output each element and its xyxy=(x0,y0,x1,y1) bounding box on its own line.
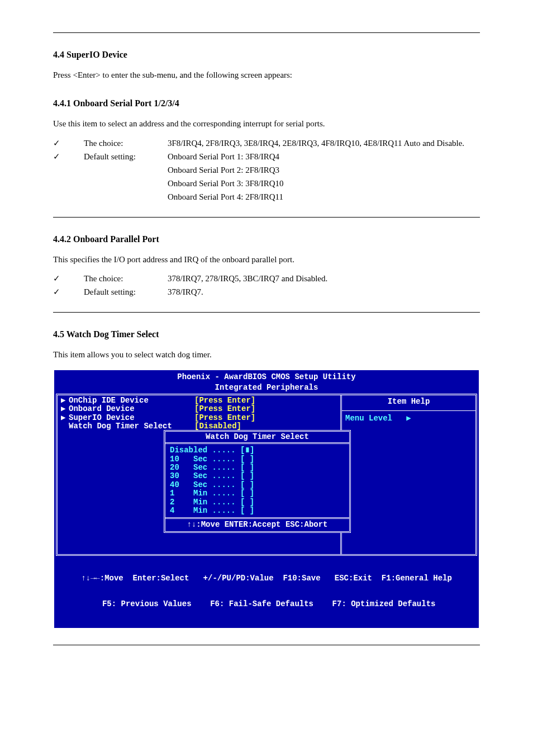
bios-item-onboard-device[interactable]: ▶ Onboard Device [Press Enter] xyxy=(61,405,337,413)
popup-option-label: 4 Min xyxy=(170,506,207,515)
bios-item-label: Onboard Device xyxy=(69,405,194,413)
choice-label: The choice: xyxy=(84,136,168,150)
popup-option-disabled[interactable]: Disabled ..... [∎] xyxy=(170,446,345,455)
default-label: Default setting: xyxy=(84,285,168,299)
bios-item-value: [Press Enter] xyxy=(194,414,337,422)
bios-item-onchip-ide[interactable]: ▶ OnChip IDE Device [Press Enter] xyxy=(61,396,337,405)
menu-level-label: Menu Level xyxy=(345,414,392,423)
menu-level-row: Menu Level ▶ xyxy=(345,414,472,423)
popup-option-mark xyxy=(245,498,249,507)
section-4-4-1-text: Use this item to select an address and t… xyxy=(53,117,480,130)
popup-option-label: 2 Min xyxy=(170,498,207,507)
popup-option-label: 1 Min xyxy=(170,489,207,498)
choice-value: 3F8/IRQ4, 2F8/IRQ3, 3E8/IRQ4, 2E8/IRQ3, … xyxy=(168,136,480,150)
submenu-icon: ▶ xyxy=(61,405,69,413)
bottom-rule xyxy=(53,645,480,645)
popup-option-label: Disabled xyxy=(170,446,207,455)
check-icon: ✓ xyxy=(53,136,84,150)
popup-option-40sec[interactable]: 40 Sec ..... [ ] xyxy=(170,481,345,489)
bios-item-value: [Press Enter] xyxy=(194,405,337,413)
section-4-5-title: 4.5 Watch Dog Timer Select xyxy=(53,329,480,339)
section-4-4-intro: Press <Enter> to enter the sub-menu, and… xyxy=(53,69,480,82)
popup-option-label: 10 Sec xyxy=(170,455,207,464)
popup-option-label: 40 Sec xyxy=(170,480,207,489)
bios-help-panel: Item Help Menu Level ▶ xyxy=(340,395,475,554)
popup-option-2min[interactable]: 2 Min ..... [ ] xyxy=(170,498,345,507)
popup-option-mark xyxy=(245,463,249,472)
default-label: Default setting: xyxy=(84,150,168,163)
popup-option-mark xyxy=(245,506,249,515)
bios-item-superio-device[interactable]: ▶ SuperIO Device [Press Enter] xyxy=(61,414,337,422)
item-help-title: Item Help xyxy=(345,396,472,407)
bios-footer-line-2: F5: Previous Values F6: Fail-Safe Defaul… xyxy=(56,600,477,608)
popup-option-20sec[interactable]: 20 Sec ..... [ ] xyxy=(170,464,345,472)
popup-option-4min[interactable]: 4 Min ..... [ ] xyxy=(170,507,345,515)
divider-rule xyxy=(53,217,480,218)
submenu-icon: ▶ xyxy=(61,414,69,422)
choices-table-4-4-2: ✓ The choice: 378/IRQ7, 278/IRQ5, 3BC/IR… xyxy=(53,272,480,299)
popup-option-30sec[interactable]: 30 Sec ..... [ ] xyxy=(170,472,345,480)
popup-option-mark xyxy=(245,455,249,464)
popup-option-mark xyxy=(245,489,249,498)
bios-screen: Phoenix - AwardBIOS CMOS Setup Utility I… xyxy=(54,370,479,628)
section-4-4-title: 4.4 SuperIO Device xyxy=(53,50,480,60)
bios-item-label: SuperIO Device xyxy=(69,414,194,422)
bios-title-1: Phoenix - AwardBIOS CMOS Setup Utility xyxy=(56,372,477,382)
popup-option-10sec[interactable]: 10 Sec ..... [ ] xyxy=(170,455,345,464)
submenu-icon: ▶ xyxy=(61,396,69,405)
check-icon: ✓ xyxy=(53,272,84,285)
default-value: 378/IRQ7. xyxy=(168,285,480,299)
default-value-3: Onboard Serial Port 3: 3F8/IRQ10 xyxy=(168,177,480,190)
section-4-5-text: This item allows you to select watch dog… xyxy=(53,348,480,361)
popup-option-label: 20 Sec xyxy=(170,463,207,472)
choices-table-4-4-1: ✓ The choice: 3F8/IRQ4, 2F8/IRQ3, 3E8/IR… xyxy=(53,136,480,204)
watchdog-popup: Watch Dog Timer Select Disabled ..... [∎… xyxy=(164,430,351,533)
section-4-4-2-text: This specifies the I/O port address and … xyxy=(53,253,480,266)
default-value-2: Onboard Serial Port 2: 2F8/IRQ3 xyxy=(168,163,480,177)
bios-settings-panel: ▶ OnChip IDE Device [Press Enter] ▶ Onbo… xyxy=(58,395,340,554)
divider-rule xyxy=(53,312,480,313)
menu-level-icon: ▶ xyxy=(406,414,411,423)
section-4-4-1-title: 4.4.1 Onboard Serial Port 1/2/3/4 xyxy=(53,98,480,108)
choice-value: 378/IRQ7, 278/IRQ5, 3BC/IRQ7 and Disable… xyxy=(168,272,480,285)
popup-option-mark xyxy=(245,480,249,489)
choice-label: The choice: xyxy=(84,272,168,285)
popup-option-mark xyxy=(245,471,249,480)
section-4-4-2-title: 4.4.2 Onboard Parallel Port xyxy=(53,234,480,244)
bios-title-2: Integrated Peripherals xyxy=(56,382,477,393)
default-value-4: Onboard Serial Port 4: 2F8/IRQ11 xyxy=(168,190,480,204)
bios-item-label: OnChip IDE Device xyxy=(69,396,194,405)
popup-option-label: 30 Sec xyxy=(170,471,207,480)
popup-option-1min[interactable]: 1 Min ..... [ ] xyxy=(170,489,345,498)
spacer xyxy=(61,422,69,431)
popup-option-mark: ∎ xyxy=(245,446,249,455)
check-icon: ✓ xyxy=(53,285,84,299)
bios-footer-line-1: ↑↓→←:Move Enter:Select +/-/PU/PD:Value F… xyxy=(56,574,477,583)
check-icon: ✓ xyxy=(53,150,84,163)
bios-item-value: [Press Enter] xyxy=(194,396,337,405)
default-value-1: Onboard Serial Port 1: 3F8/IRQ4 xyxy=(168,150,480,163)
top-rule xyxy=(53,32,480,33)
popup-hint: ↑↓:Move ENTER:Accept ESC:Abort xyxy=(165,517,349,531)
popup-title: Watch Dog Timer Select xyxy=(165,432,349,444)
